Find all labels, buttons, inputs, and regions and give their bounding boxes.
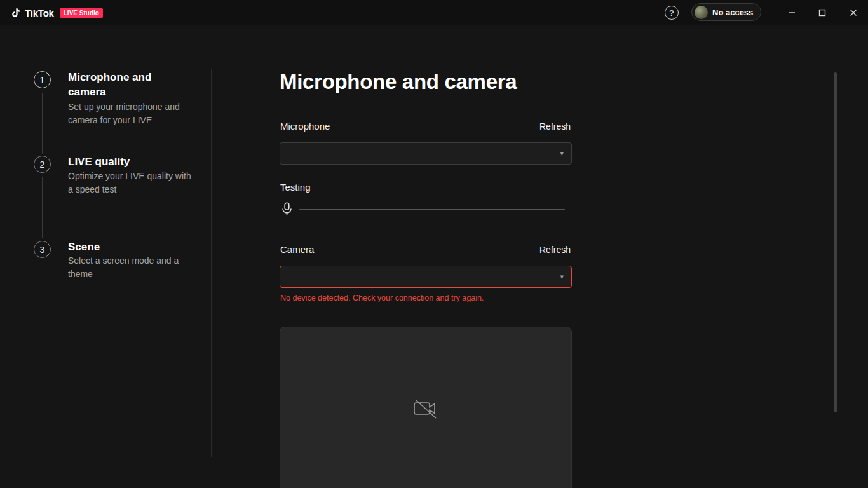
tiktok-logo-icon — [10, 7, 22, 18]
chevron-down-icon: ▾ — [560, 273, 564, 281]
titlebar: TikTok LIVE Studio ? No access — [0, 0, 868, 25]
help-icon: ? — [669, 8, 674, 18]
sidebar-divider — [211, 69, 212, 458]
chevron-down-icon: ▾ — [560, 149, 564, 158]
page-title: Microphone and camera — [280, 70, 517, 94]
step-3-title: Scene — [68, 240, 195, 254]
testing-label: Testing — [280, 182, 311, 193]
microphone-icon — [281, 202, 292, 216]
help-button[interactable]: ? — [665, 6, 679, 20]
microphone-select[interactable]: ▾ — [280, 142, 572, 165]
camera-preview — [280, 327, 572, 488]
maximize-button[interactable] — [814, 5, 831, 20]
step-2-title: LIVE quality — [68, 154, 195, 169]
microphone-refresh-link[interactable]: Refresh — [539, 121, 571, 132]
camera-label: Camera — [280, 244, 314, 255]
minimize-button[interactable] — [783, 5, 800, 20]
step-3-desc: Select a screen mode and a theme — [68, 254, 201, 281]
close-icon — [850, 9, 857, 17]
step-connector — [42, 93, 43, 154]
avatar — [695, 6, 708, 19]
camera-select[interactable]: ▾ — [280, 266, 572, 288]
step-connector — [42, 177, 43, 238]
maximize-icon — [818, 9, 826, 17]
mic-level-slider[interactable] — [299, 209, 565, 210]
step-1-desc: Set up your microphone and camera for yo… — [68, 100, 190, 127]
camera-error-message: No device detected. Check your connectio… — [280, 294, 484, 302]
minimize-icon — [788, 9, 796, 17]
app-name: TikTok — [25, 8, 54, 18]
account-access-pill[interactable]: No access — [691, 3, 761, 21]
step-3-indicator: 3 — [34, 241, 51, 258]
close-button[interactable] — [845, 5, 862, 20]
live-studio-badge: LIVE Studio — [60, 8, 103, 18]
step-1-number: 1 — [40, 75, 45, 85]
step-1-indicator: 1 — [34, 71, 51, 88]
step-2-desc: Optimize your LIVE quality with a speed … — [68, 170, 194, 196]
step-1-title: Microphone and camera — [68, 70, 173, 99]
step-3-number: 3 — [40, 245, 45, 255]
step-2-indicator: 2 — [34, 156, 51, 173]
vertical-scrollbar[interactable] — [834, 72, 837, 412]
app-brand: TikTok LIVE Studio — [10, 0, 103, 25]
microphone-label: Microphone — [280, 121, 330, 132]
step-2-number: 2 — [40, 159, 45, 170]
camera-refresh-link[interactable]: Refresh — [539, 245, 571, 255]
camera-off-icon — [411, 394, 440, 423]
no-access-label: No access — [712, 8, 753, 17]
